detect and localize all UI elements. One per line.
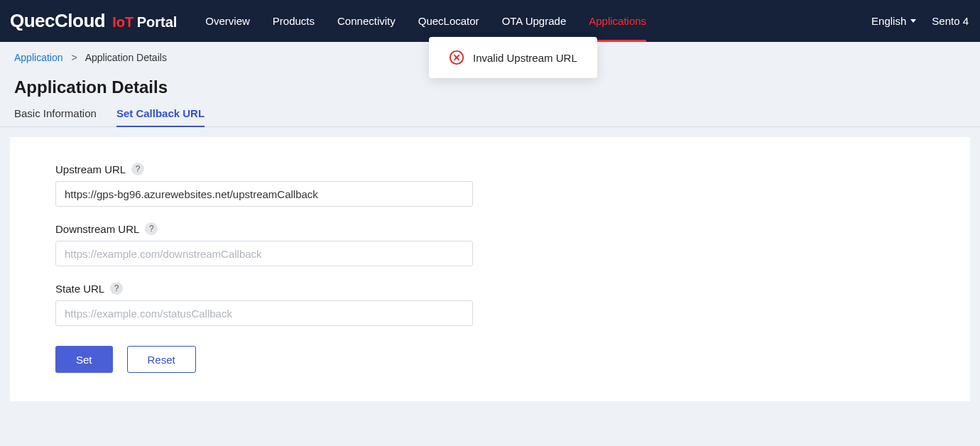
logo-iot: IoT <box>112 14 134 30</box>
state-url-input[interactable] <box>55 300 473 326</box>
state-url-label: State URL <box>55 283 104 295</box>
toast-message: Invalid Upstream URL <box>473 52 577 64</box>
breadcrumb-separator: > <box>71 52 77 63</box>
upstream-url-label-row: Upstream URL ? <box>55 163 925 175</box>
tabs: Basic Information Set Callback URL <box>0 107 980 127</box>
nav-queclocator[interactable]: QuecLocator <box>418 0 479 42</box>
tab-set-callback-url[interactable]: Set Callback URL <box>116 107 205 126</box>
header: QuecCloud IoT Portal Overview Products C… <box>0 0 980 42</box>
logo[interactable]: QuecCloud IoT Portal <box>10 10 177 32</box>
breadcrumb-current: Application Details <box>85 52 167 63</box>
logo-main: QuecCloud <box>10 10 105 32</box>
downstream-url-input[interactable] <box>55 241 473 266</box>
help-icon[interactable]: ? <box>145 222 158 235</box>
nav-connectivity[interactable]: Connectivity <box>337 0 396 42</box>
upstream-url-label: Upstream URL <box>55 163 126 175</box>
reset-button[interactable]: Reset <box>127 346 196 373</box>
form-group-state: State URL ? <box>55 282 925 326</box>
nav: Overview Products Connectivity QuecLocat… <box>205 0 646 42</box>
content-wrap: Upstream URL ? Downstream URL ? State UR… <box>0 127 980 411</box>
page-title: Application Details <box>0 73 980 107</box>
help-icon[interactable]: ? <box>131 163 144 175</box>
nav-applications[interactable]: Applications <box>589 0 646 42</box>
header-right: English Sento 4 <box>871 15 969 27</box>
state-url-label-row: State URL ? <box>55 282 925 295</box>
language-label: English <box>871 15 906 27</box>
downstream-url-label-row: Downstream URL ? <box>55 222 925 235</box>
error-icon <box>449 50 464 65</box>
form-group-downstream: Downstream URL ? <box>55 222 925 266</box>
user-label[interactable]: Sento 4 <box>932 15 969 27</box>
upstream-url-input[interactable] <box>55 181 473 207</box>
help-icon[interactable]: ? <box>110 282 123 295</box>
content-card: Upstream URL ? Downstream URL ? State UR… <box>10 137 970 401</box>
set-button[interactable]: Set <box>55 346 113 373</box>
breadcrumb-root[interactable]: Application <box>14 52 63 63</box>
tab-basic-information[interactable]: Basic Information <box>14 107 97 126</box>
button-row: Set Reset <box>55 346 925 373</box>
language-selector[interactable]: English <box>871 15 916 27</box>
nav-products[interactable]: Products <box>273 0 315 42</box>
downstream-url-label: Downstream URL <box>55 223 139 235</box>
logo-portal: Portal <box>137 14 178 30</box>
nav-overview[interactable]: Overview <box>205 0 250 42</box>
chevron-down-icon <box>910 19 916 23</box>
nav-ota-upgrade[interactable]: OTA Upgrade <box>502 0 567 42</box>
toast-error: Invalid Upstream URL <box>429 37 597 78</box>
form-group-upstream: Upstream URL ? <box>55 163 925 207</box>
